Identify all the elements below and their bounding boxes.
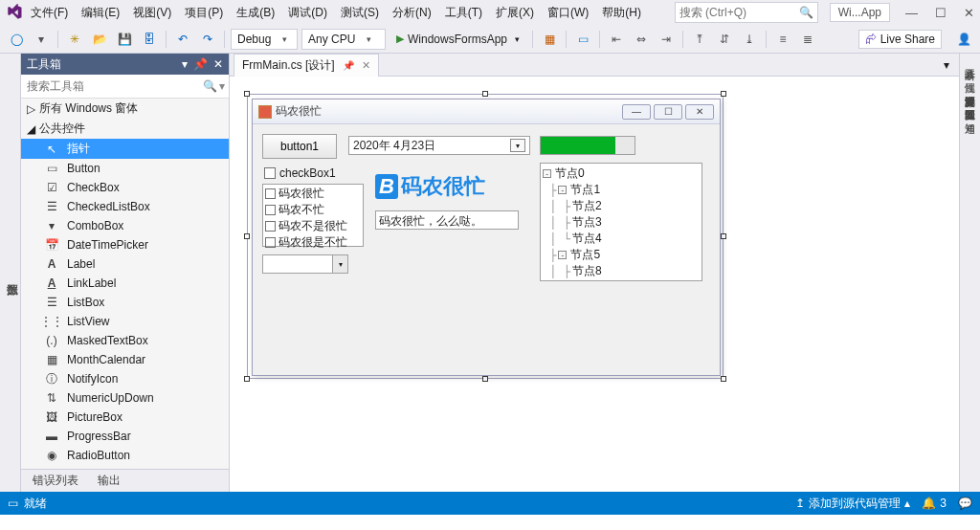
toolbox-item-monthcalendar[interactable]: ▦MonthCalendar [21,350,229,369]
toolbox-item-combobox[interactable]: ▾ComboBox [21,216,229,235]
menu-project[interactable]: 项目(P) [179,2,229,24]
menu-build[interactable]: 生成(B) [231,2,280,24]
toolbox-item-notifyicon[interactable]: ⓘNotifyIcon [21,369,229,388]
list-item[interactable]: 码农不是很忙 [265,218,361,234]
calendar-dropdown-icon[interactable]: ▾ [510,139,525,152]
dock-team-explorer[interactable]: 团队资源管理器 [963,98,977,105]
resize-handle[interactable] [721,233,726,239]
form-body[interactable]: button1 2020年 4月23日 ▾ checkBox1 [253,124,720,140]
tab-error-list[interactable]: 错误列表 [25,470,86,492]
config-dropdown[interactable]: Debug▾ [231,29,298,50]
vsame-icon[interactable]: ≣ [797,29,818,50]
menu-help[interactable]: 帮助(H) [596,2,647,24]
tab-overflow-icon[interactable]: ▾ [938,58,955,72]
dock-solution-explorer[interactable]: 解决方案资源管理器 [963,84,977,92]
align-mid-icon[interactable]: ⇵ [714,29,735,50]
window-restore-icon[interactable]: ☐ [935,6,947,20]
resize-handle[interactable] [482,91,488,97]
designer-selection[interactable]: 码农很忙 — ☐ ✕ button1 2020年 4月23日 ▾ [247,94,724,379]
list-item[interactable]: 码农很是不忙 [265,234,361,251]
tab-pin-icon[interactable]: 📌 [343,60,354,71]
form-close-icon[interactable]: ✕ [685,104,714,120]
tree-collapse-icon[interactable]: - [558,186,567,194]
doc-tab-frmmain[interactable]: FrmMain.cs [设计] 📌 ✕ [234,54,379,77]
dock-diagnostics[interactable]: 诊断工具 [963,57,977,65]
tree-collapse-icon[interactable]: - [558,251,567,259]
status-feedback-icon[interactable]: 💬 [958,497,972,510]
window-close-icon[interactable]: ✕ [964,6,974,20]
combobox1[interactable]: ▾ [262,254,348,274]
toolbox-item-checkbox[interactable]: ☑CheckBox [21,178,229,197]
resize-handle[interactable] [482,376,488,382]
redo-icon[interactable]: ↷ [197,29,218,50]
menu-edit[interactable]: 编辑(E) [76,2,125,24]
status-scm[interactable]: ↥ 添加到源代码管理 ▴ [795,496,910,512]
toolbox-search[interactable]: 🔍 ▾ [21,75,229,99]
window-minimize-icon[interactable]: — [905,6,918,20]
toolbox-item-maskedtextbox[interactable]: (.)MaskedTextBox [21,331,229,350]
left-dock-datasources[interactable]: 数据源 [0,54,21,492]
save-icon[interactable]: 💾 [114,29,135,50]
align-left-icon[interactable]: ⇤ [606,29,627,50]
toolbox-item-listview[interactable]: ⋮⋮ListView [21,312,229,331]
grid-icon[interactable]: ▦ [539,29,560,50]
toolbox-item-button[interactable]: ▭Button [21,159,229,178]
menu-view[interactable]: 视图(V) [127,2,177,24]
menu-debug[interactable]: 调试(D) [282,2,333,24]
toolbox-item-listbox[interactable]: ☰ListBox [21,293,229,312]
designed-form[interactable]: 码农很忙 — ☐ ✕ button1 2020年 4月23日 ▾ [252,99,721,376]
toolbox-item-linklabel[interactable]: ALinkLabel [21,274,229,293]
menu-analyze[interactable]: 分析(N) [387,2,437,24]
toolbox-item-picturebox[interactable]: 🖼PictureBox [21,408,229,427]
treeview1[interactable]: -节点0 ├-节点1 │ ├节点2 │ ├节点3 │ └节点4 ├-节点5 │ … [540,163,702,281]
tree-collapse-icon[interactable]: - [543,169,551,178]
feedback-icon[interactable]: 👤 [953,29,974,50]
align-center-icon[interactable]: ⇔ [631,29,652,50]
toolbox-group-all[interactable]: ▷ 所有 Windows 窗体 [21,99,229,119]
align-bot-icon[interactable]: ⤓ [739,29,760,50]
form-min-icon[interactable]: — [622,104,651,120]
dock-notifications[interactable]: 通知 [963,111,977,119]
nav-back-icon[interactable]: ◯ [6,29,27,50]
datetimepicker1[interactable]: 2020年 4月23日 ▾ [348,136,530,155]
menu-test[interactable]: 测试(S) [335,2,385,24]
menu-window[interactable]: 窗口(W) [542,2,594,24]
dock-properties[interactable]: 属性 [963,71,977,78]
progressbar1[interactable] [540,136,635,155]
hsame-icon[interactable]: ≡ [772,29,793,50]
open-icon[interactable]: 📂 [89,29,110,50]
align-top-icon[interactable]: ⤒ [689,29,710,50]
menu-extensions[interactable]: 扩展(X) [490,2,540,24]
toolbox-item-checkedlistbox[interactable]: ☰CheckedListBox [21,197,229,216]
pin-icon[interactable]: 📌 [193,57,208,71]
undo-icon[interactable]: ↶ [172,29,193,50]
quick-search-input[interactable] [679,6,795,19]
tab-output[interactable]: 输出 [90,470,128,492]
nav-fwd-icon[interactable]: ▾ [31,29,52,50]
clear-icon[interactable]: ▾ [219,79,225,93]
menu-tools[interactable]: 工具(T) [439,2,488,24]
resize-handle[interactable] [721,91,726,97]
form-max-icon[interactable]: ☐ [654,104,682,120]
toolbox-item-numericupdown[interactable]: ⇅NumericUpDown [21,388,229,408]
list-item[interactable]: 码农不忙 [265,202,361,218]
panel-dropdown-icon[interactable]: ▾ [182,57,188,71]
toolbox-item-label[interactable]: ALabel [21,254,229,274]
toolbox-item-progressbar[interactable]: ▬ProgressBar [21,427,229,446]
start-debug-button[interactable]: ▶ WindowsFormsApp ▾ [390,29,526,50]
resize-handle[interactable] [244,91,250,97]
toolbox-item-pointer[interactable]: ↖指针 [21,139,229,159]
tab-close-icon[interactable]: ✕ [362,59,370,72]
list-item[interactable]: 码农很忙 [265,186,361,202]
checkbox1[interactable]: checkBox1 [264,166,336,180]
button1[interactable]: button1 [262,134,337,159]
live-share-button[interactable]: ⮳ Live Share [858,30,942,49]
linklabel1[interactable]: B 码农很忙 [375,172,485,201]
toolbox-item-datetimepicker[interactable]: 📅DateTimePicker [21,235,229,254]
menu-file[interactable]: 文件(F) [25,2,74,24]
textbox1[interactable]: 码农很忙，么么哒。 [375,210,519,230]
toolbox-search-input[interactable] [25,77,203,96]
align-right-icon[interactable]: ⇥ [656,29,677,50]
layout-icon[interactable]: ▭ [572,29,593,50]
resize-handle[interactable] [721,376,726,382]
